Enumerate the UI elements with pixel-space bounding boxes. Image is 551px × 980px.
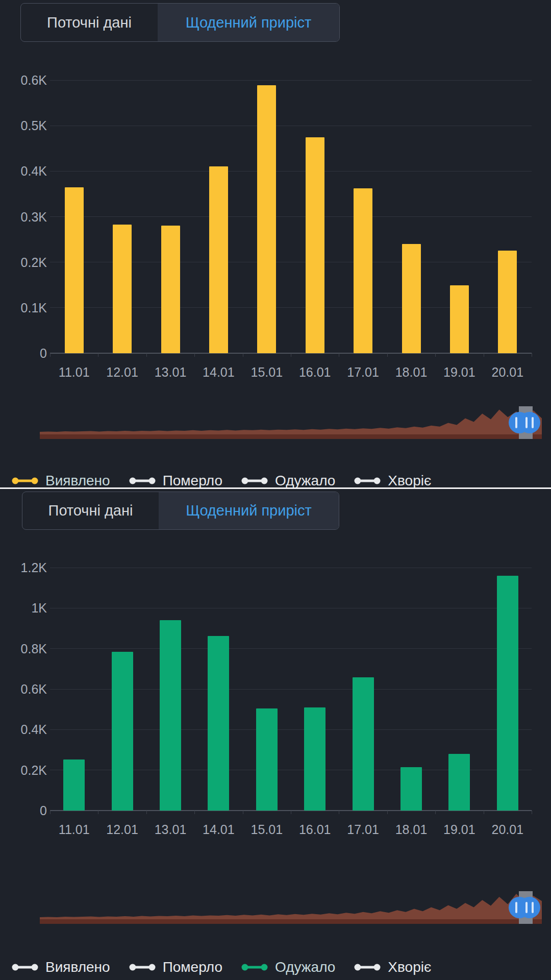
axis-tick	[484, 811, 484, 814]
axis-tick	[146, 353, 147, 357]
bar-18.01[interactable]	[400, 767, 422, 811]
y-axis-tick-label: 0	[0, 346, 47, 361]
bar-12.01[interactable]	[113, 225, 132, 353]
handle-grip-icon	[525, 417, 528, 428]
bar-16.01[interactable]	[306, 137, 324, 353]
handle-grip-icon	[525, 902, 528, 913]
bar-19.01[interactable]	[450, 285, 469, 353]
axis-tick	[98, 353, 98, 357]
gridline	[50, 80, 532, 81]
bar-14.01[interactable]	[208, 636, 229, 811]
axis-tick	[194, 353, 195, 357]
x-axis-tick-label: 19.01	[443, 822, 475, 837]
chart-panel-recovered: Поточні дані Щоденний приріст 1.2K1K0.8K…	[0, 489, 551, 980]
navigator-sparkline	[40, 406, 542, 439]
axis-tick	[243, 811, 243, 814]
axis-tick	[50, 811, 51, 814]
range-navigator[interactable]	[40, 891, 542, 924]
axis-tick	[291, 353, 291, 357]
axis-tick	[435, 353, 436, 357]
handle-grip-icon	[532, 902, 534, 913]
x-axis-tick-label: 13.01	[155, 822, 187, 837]
bar-14.01[interactable]	[209, 166, 228, 353]
bar-20.01[interactable]	[497, 576, 518, 811]
navigator-sparkline	[40, 891, 542, 924]
x-axis-tick-label: 11.01	[59, 822, 90, 837]
handle-grip-icon	[515, 902, 517, 913]
legend-item-detected[interactable]: Виявлено	[11, 473, 110, 489]
legend-item-sick[interactable]: Хворіє	[354, 959, 431, 975]
axis-tick	[484, 353, 484, 357]
y-axis-tick-label: 1.2K	[0, 560, 47, 575]
line-marker-icon	[354, 477, 381, 485]
y-axis-tick-label: 0.8K	[0, 641, 47, 656]
x-axis-tick-label: 20.01	[492, 365, 524, 380]
gridline	[50, 608, 532, 608]
bar-19.01[interactable]	[448, 754, 470, 811]
navigator-handle-right[interactable]	[519, 897, 540, 918]
y-axis-tick-label: 0.5K	[0, 118, 47, 133]
bar-20.01[interactable]	[498, 251, 517, 353]
y-axis-tick-label: 0.6K	[0, 682, 47, 697]
axis-tick	[146, 811, 147, 814]
tab-daily-increase[interactable]: Щоденний приріст	[159, 492, 339, 529]
tab-bar: Поточні дані Щоденний приріст	[20, 3, 340, 42]
bar-17.01[interactable]	[354, 188, 372, 353]
tab-bar: Поточні дані Щоденний приріст	[22, 492, 339, 530]
y-axis-tick-label: 0.1K	[0, 300, 47, 315]
covid-dashboard: Поточні дані Щоденний приріст 0.6K0.5K0.…	[0, 0, 551, 980]
legend-label: Померло	[163, 959, 222, 975]
navigator-handle-right[interactable]	[519, 412, 540, 433]
x-axis-tick-label: 14.01	[203, 365, 235, 380]
y-axis-tick-label: 0.2K	[0, 763, 47, 777]
legend-item-recovered[interactable]: Одужало	[241, 959, 335, 975]
legend-item-recovered[interactable]: Одужало	[241, 473, 335, 489]
x-axis-tick-label: 12.01	[106, 822, 138, 837]
x-axis-tick-label: 18.01	[395, 365, 428, 380]
y-axis-tick-label: 0.4K	[0, 164, 47, 179]
tab-daily-increase[interactable]: Щоденний приріст	[158, 4, 339, 41]
bar-16.01[interactable]	[304, 707, 325, 811]
line-marker-icon	[354, 963, 381, 971]
line-marker-icon	[241, 477, 268, 485]
bar-17.01[interactable]	[353, 677, 374, 811]
y-axis-tick-label: 0.2K	[0, 255, 47, 270]
range-navigator[interactable]	[40, 406, 542, 439]
tab-current-data[interactable]: Поточні дані	[21, 4, 158, 41]
legend-label: Хворіє	[388, 959, 431, 975]
bar-18.01[interactable]	[402, 244, 421, 353]
y-axis-tick-label: 1K	[0, 601, 47, 616]
axis-tick	[291, 811, 291, 814]
legend-item-sick[interactable]: Хворіє	[354, 473, 431, 489]
legend-item-died[interactable]: Померло	[129, 959, 222, 975]
axis-tick	[532, 811, 532, 814]
bar-15.01[interactable]	[256, 708, 278, 811]
legend-label: Одужало	[275, 473, 335, 489]
legend-item-detected[interactable]: Виявлено	[11, 959, 110, 975]
axis-tick	[98, 811, 98, 814]
x-axis-tick-label: 17.01	[347, 822, 379, 837]
chart-panel-detected: Поточні дані Щоденний приріст 0.6K0.5K0.…	[0, 0, 551, 489]
legend-item-died[interactable]: Померло	[129, 473, 222, 489]
axis-tick	[50, 353, 51, 357]
bar-13.01[interactable]	[161, 226, 180, 353]
axis-tick	[339, 811, 339, 814]
legend-label: Померло	[163, 473, 222, 489]
bar-13.01[interactable]	[160, 620, 181, 811]
x-axis-tick-label: 17.01	[347, 365, 379, 380]
bar-12.01[interactable]	[112, 652, 133, 811]
axis-tick	[387, 353, 388, 357]
x-axis-tick-label: 11.01	[59, 365, 90, 380]
axis-tick	[339, 353, 339, 357]
tab-current-data[interactable]: Поточні дані	[22, 492, 159, 529]
x-axis-tick-label: 14.01	[203, 822, 235, 837]
line-marker-icon	[241, 963, 268, 971]
bar-11.01[interactable]	[65, 187, 84, 353]
legend-label: Хворіє	[388, 473, 431, 489]
y-axis-tick-label: 0.4K	[0, 722, 47, 737]
x-axis-tick-label: 13.01	[155, 365, 187, 380]
bar-15.01[interactable]	[257, 85, 276, 353]
x-axis-tick-label: 16.01	[299, 365, 331, 380]
handle-grip-icon	[515, 417, 517, 428]
bar-11.01[interactable]	[63, 760, 85, 811]
